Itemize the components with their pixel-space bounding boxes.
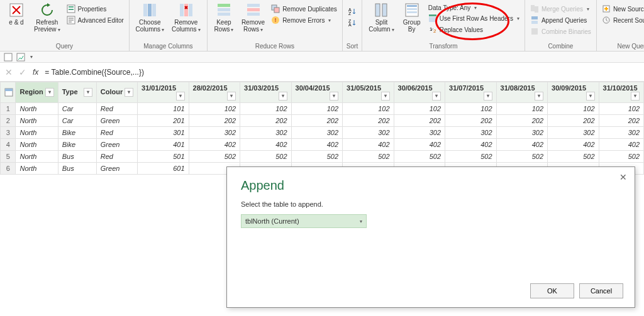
- cell[interactable]: 102: [291, 103, 343, 115]
- qat-icon-1[interactable]: [4, 53, 13, 62]
- cell[interactable]: 401: [138, 139, 189, 151]
- sort-desc-button[interactable]: ZA: [347, 18, 358, 28]
- column-header[interactable]: 31/03/2015▾: [240, 82, 292, 103]
- cell[interactable]: 102: [240, 103, 292, 115]
- filter-icon[interactable]: ▾: [484, 92, 492, 101]
- cell[interactable]: 302: [445, 127, 497, 139]
- cell[interactable]: North: [16, 127, 58, 139]
- cell[interactable]: 502: [496, 151, 548, 163]
- cell[interactable]: Bike: [58, 139, 96, 151]
- split-column-button[interactable]: Split Column▾: [366, 1, 396, 35]
- remove-duplicates-button[interactable]: Remove Duplicates: [270, 4, 338, 14]
- cell[interactable]: 502: [189, 151, 240, 163]
- column-header[interactable]: 31/07/2015▾: [445, 82, 497, 103]
- cell[interactable]: 102: [599, 103, 643, 115]
- data-type-button[interactable]: Data Type: Any▾: [427, 4, 521, 12]
- table-row[interactable]: 5NorthBusRed5015025025025025025025025025…: [1, 151, 644, 163]
- cancel-button[interactable]: Cancel: [579, 283, 623, 298]
- cell[interactable]: Green: [96, 139, 137, 151]
- column-header[interactable]: 30/06/2015▾: [394, 82, 445, 103]
- cell[interactable]: North: [16, 139, 58, 151]
- column-header[interactable]: 28/02/2015▾: [189, 82, 240, 103]
- cell[interactable]: 402: [445, 139, 497, 151]
- fx-icon[interactable]: fx: [33, 68, 38, 77]
- cell[interactable]: 302: [343, 127, 394, 139]
- table-row[interactable]: 1NorthCarRed1011021021021021021021021021…: [1, 103, 644, 115]
- cell[interactable]: 402: [291, 139, 343, 151]
- cell[interactable]: Bus: [58, 163, 96, 175]
- table-row[interactable]: 3NorthBikeRed301302302302302302302302302…: [1, 127, 644, 139]
- cell[interactable]: 202: [599, 115, 643, 127]
- row-number[interactable]: 2: [1, 115, 16, 127]
- cell[interactable]: Car: [58, 103, 96, 115]
- cell[interactable]: 302: [548, 127, 599, 139]
- keep-rows-button[interactable]: Keep Rows▾: [211, 1, 236, 35]
- cell[interactable]: 502: [599, 151, 643, 163]
- group-by-button[interactable]: Group By: [399, 1, 425, 34]
- close-icon[interactable]: ✕: [619, 172, 627, 182]
- cell[interactable]: 202: [291, 115, 343, 127]
- cell[interactable]: Bike: [58, 127, 96, 139]
- cell[interactable]: Car: [58, 115, 96, 127]
- cell[interactable]: 402: [240, 139, 292, 151]
- cell[interactable]: 301: [138, 127, 189, 139]
- remove-errors-button[interactable]: !Remove Errors▾: [270, 15, 338, 25]
- remove-columns-button[interactable]: Remove Columns▾: [169, 1, 203, 35]
- filter-icon[interactable]: ▾: [279, 92, 287, 101]
- row-number[interactable]: 4: [1, 139, 16, 151]
- cell[interactable]: North: [16, 103, 58, 115]
- recent-sources-button[interactable]: Recent Sources▾: [601, 15, 644, 25]
- row-number[interactable]: 3: [1, 127, 16, 139]
- column-header[interactable]: 31/08/2015▾: [496, 82, 548, 103]
- combine-binaries-button[interactable]: Combine Binaries: [529, 26, 592, 36]
- filter-icon[interactable]: ▾: [381, 92, 390, 101]
- cell[interactable]: 502: [343, 151, 394, 163]
- cell[interactable]: 202: [240, 115, 292, 127]
- cell[interactable]: 302: [189, 127, 240, 139]
- cell[interactable]: 302: [394, 127, 445, 139]
- cell[interactable]: 402: [496, 139, 548, 151]
- formula-text[interactable]: = Table.Combine({Source,...}): [45, 68, 144, 77]
- filter-icon[interactable]: ▾: [45, 88, 54, 97]
- row-number[interactable]: 5: [1, 151, 16, 163]
- table-corner[interactable]: [1, 82, 16, 103]
- data-grid[interactable]: Region▾Type▾Colour▾31/01/2015▾28/02/2015…: [0, 82, 644, 175]
- cell[interactable]: 502: [445, 151, 497, 163]
- cell[interactable]: 202: [189, 115, 240, 127]
- formula-cancel-icon[interactable]: ✕: [5, 67, 13, 77]
- filter-icon[interactable]: ▾: [227, 92, 236, 101]
- cell[interactable]: 102: [496, 103, 548, 115]
- cell[interactable]: 402: [599, 139, 643, 151]
- cell[interactable]: Green: [96, 115, 137, 127]
- cell[interactable]: 302: [240, 127, 292, 139]
- cell[interactable]: 502: [291, 151, 343, 163]
- cell[interactable]: North: [16, 151, 58, 163]
- column-header[interactable]: Colour▾: [96, 82, 137, 103]
- cell[interactable]: 402: [548, 139, 599, 151]
- cell[interactable]: 202: [343, 115, 394, 127]
- close-load-button[interactable]: e & d: [4, 1, 29, 27]
- cell[interactable]: 502: [394, 151, 445, 163]
- cell[interactable]: North: [16, 163, 58, 175]
- first-row-headers-button[interactable]: Use First Row As Headers▾: [427, 13, 521, 23]
- append-table-select[interactable]: tblNorth (Current) ▾: [241, 214, 367, 228]
- cell[interactable]: 302: [496, 127, 548, 139]
- cell[interactable]: 601: [138, 163, 189, 175]
- cell[interactable]: 502: [240, 151, 292, 163]
- filter-icon[interactable]: ▾: [176, 92, 185, 101]
- column-header[interactable]: 30/09/2015▾: [548, 82, 599, 103]
- filter-icon[interactable]: ▾: [432, 92, 441, 101]
- remove-rows-button[interactable]: Remove Rows▾: [239, 1, 267, 35]
- column-header[interactable]: 31/01/2015▾: [138, 82, 189, 103]
- filter-icon[interactable]: ▾: [586, 92, 595, 101]
- properties-button[interactable]: Properties: [65, 4, 125, 14]
- append-queries-button[interactable]: Append Queries: [529, 15, 592, 25]
- advanced-editor-button[interactable]: Advanced Editor: [65, 15, 125, 25]
- row-number[interactable]: 1: [1, 103, 16, 115]
- cell[interactable]: 102: [445, 103, 497, 115]
- filter-icon[interactable]: ▾: [535, 92, 543, 101]
- column-header[interactable]: Type▾: [58, 82, 96, 103]
- row-number[interactable]: 6: [1, 163, 16, 175]
- column-header[interactable]: 31/10/2015▾: [599, 82, 643, 103]
- sort-asc-button[interactable]: AZ: [347, 6, 358, 16]
